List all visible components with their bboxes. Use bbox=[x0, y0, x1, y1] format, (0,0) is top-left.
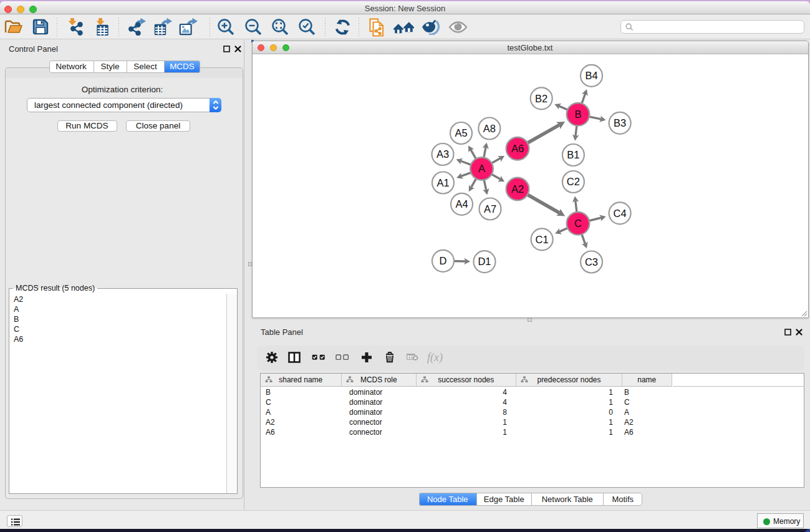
svg-text:B1: B1 bbox=[567, 149, 579, 160]
svg-text:C: C bbox=[574, 218, 582, 229]
svg-text:C2: C2 bbox=[566, 176, 579, 187]
svg-text:D: D bbox=[439, 255, 446, 266]
svg-text:A8: A8 bbox=[483, 122, 495, 133]
svg-text:C1: C1 bbox=[535, 233, 548, 244]
svg-text:A: A bbox=[478, 163, 485, 174]
svg-text:B4: B4 bbox=[585, 70, 597, 81]
svg-text:A4: A4 bbox=[455, 198, 468, 210]
svg-text:C3: C3 bbox=[584, 256, 597, 267]
svg-text:B: B bbox=[574, 109, 581, 120]
svg-text:D1: D1 bbox=[478, 256, 491, 267]
svg-text:B2: B2 bbox=[535, 92, 547, 104]
svg-text:A5: A5 bbox=[455, 127, 467, 138]
svg-text:A3: A3 bbox=[436, 148, 448, 160]
svg-text:A1: A1 bbox=[436, 177, 449, 188]
svg-text:A2: A2 bbox=[511, 183, 523, 194]
svg-text:A6: A6 bbox=[511, 143, 523, 154]
svg-text:B3: B3 bbox=[614, 117, 626, 128]
svg-text:A7: A7 bbox=[483, 203, 496, 214]
svg-text:C4: C4 bbox=[613, 207, 626, 218]
